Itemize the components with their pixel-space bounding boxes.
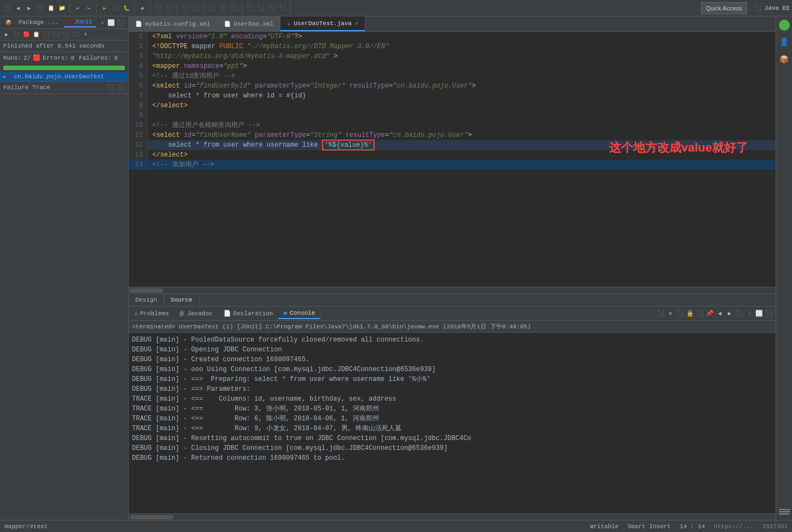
toolbar-icon-3[interactable]: ▶ [24, 3, 34, 13]
panel-toolbar-icon-8[interactable]: ⬛ [71, 30, 80, 39]
panel-close-button[interactable]: ✕ [100, 19, 104, 26]
tab-javadoc[interactable]: @ Javadoc [174, 309, 217, 319]
failure-trace-icon-1[interactable]: ⬛ [106, 83, 115, 92]
panel-menu-icon[interactable]: 📦 [3, 18, 13, 27]
panel-toolbar-icon-7[interactable]: ⬛ [61, 30, 70, 39]
toolbar-icon-15[interactable]: ⬛ [191, 3, 201, 13]
console-filter-icon[interactable]: ⬛ [676, 309, 685, 318]
toolbar-icon-5[interactable]: 📋 [46, 3, 56, 13]
code-line-6: 6 <select id="findUserById" parameterTyp… [129, 81, 776, 91]
file-path: mapper/#text [4, 523, 48, 530]
console-line-13: DEBUG [main] - Returned connection 16980… [132, 453, 772, 463]
editor-scroll-thumb[interactable] [130, 288, 163, 293]
design-source-tab-bar: Design Source [129, 293, 776, 307]
toolbar-icon-14[interactable]: ⬛ [180, 3, 190, 13]
console-line-10: TRACE [main] - <== Row: 9, 小龙女, 2018-04-… [132, 424, 772, 433]
toolbar-icon-run[interactable]: ▶ [100, 3, 110, 13]
panel-toolbar-icon-1[interactable]: ▶ [2, 30, 11, 39]
test-tree-item[interactable]: ▶ J cn.baidu.pojo.UserDaoTest [0, 72, 128, 81]
panel-toolbar-icon-4[interactable]: 📋 [32, 30, 41, 39]
code-line-8: 8 </select> [129, 101, 776, 111]
toolbar-icon-11[interactable]: ◈ [137, 3, 147, 13]
right-sidebar: 👤 📦 [776, 16, 792, 520]
console-line-5: DEBUG [main] - ==> Preparing: select * f… [132, 374, 772, 384]
tab-mybatis-config[interactable]: 📄 mybatis-config.xml [129, 16, 217, 31]
panel-minimize-button[interactable]: ⬜ [107, 19, 115, 26]
toolbar-icon-2[interactable]: ◀ [13, 3, 23, 13]
toolbar-sep-4 [150, 3, 151, 14]
toolbar-icon-17[interactable]: ⬛ [218, 3, 228, 13]
panel-maximize-button[interactable]: ⬛ [117, 19, 125, 26]
failure-trace-label: Failure Trace [3, 84, 50, 91]
tab-console[interactable]: ▶ Console [278, 308, 320, 319]
tab-source[interactable]: Source [164, 294, 200, 306]
toolbar-icon-16[interactable]: ⬛ [207, 3, 217, 13]
console-scroll-thumb[interactable] [130, 515, 174, 519]
editor-tab-bar: 📄 mybatis-config.xml 📄 UserDao.xml ☕ Use… [129, 16, 776, 32]
failure-trace-icon-2[interactable]: ⬛ [116, 83, 125, 92]
toolbar-icon-4[interactable]: ⬛ [35, 3, 45, 13]
editor-horizontal-scrollbar[interactable] [129, 287, 776, 293]
sidebar-menu-icon[interactable] [779, 508, 790, 516]
errors-icon: 🟥 [33, 54, 41, 61]
code-line-3: 3 "http://mybatis.org/dtd/mybatis-3-mapp… [129, 51, 776, 61]
tab-userdao-xml[interactable]: 📄 UserDao.xml [217, 16, 281, 31]
tab-problems[interactable]: ⚠ Problems [129, 308, 174, 319]
console-line-8: TRACE [main] - <== Row: 3, 张小明, 2018-05-… [132, 404, 772, 414]
console-wrap-icon[interactable]: ⬛ [696, 309, 704, 318]
toolbar-icon-1[interactable]: ⬛ [2, 3, 12, 13]
console-open-icon[interactable]: ⬛ [735, 309, 744, 318]
tab-close-icon[interactable]: ✕ [355, 20, 358, 27]
code-line-11: 11 <select id="findUserName" parameterTy… [129, 130, 776, 140]
tab-junit[interactable]: J JUnit [64, 18, 96, 27]
console-minimize-icon[interactable]: ⬜ [755, 309, 764, 318]
panel-toolbar-icon-5[interactable]: ⬛ [42, 30, 50, 39]
console-horizontal-scrollbar[interactable] [129, 513, 776, 520]
console-maximize-icon[interactable]: ⬛ [765, 309, 773, 318]
tab-declaration[interactable]: 📄 Declaration [218, 308, 279, 319]
toolbar-icon-22[interactable]: ⬛ [278, 3, 288, 13]
toolbar-icon-18[interactable]: ⬛ [229, 3, 239, 13]
smart-insert-status: Smart Insert [628, 523, 671, 530]
toolbar-icon-10[interactable]: 🐛 [122, 3, 131, 13]
tab-package[interactable]: Package ... [15, 18, 62, 27]
panel-toolbar-icon-9[interactable]: ⬇ [81, 30, 90, 39]
toolbar-icon-20[interactable]: ⬛ [256, 3, 266, 13]
toolbar-icon-7[interactable]: ↩ [73, 3, 83, 13]
toolbar-icon-12[interactable]: ⬛ [153, 3, 163, 13]
quick-access-button[interactable]: Quick Access [701, 2, 747, 14]
status-right: Writable Smart Insert 14 : 14 https://..… [590, 523, 788, 530]
console-clear-icon[interactable]: ✕ [666, 309, 675, 318]
console-stop-icon[interactable]: ⬛ [656, 309, 665, 318]
cube-icon[interactable]: 📦 [778, 53, 791, 66]
console-pin-icon[interactable]: 📌 [705, 309, 714, 318]
console-scroll-lock-icon[interactable]: 🔒 [686, 309, 695, 318]
panel-toolbar-icon-6[interactable]: ⬛ [51, 30, 60, 39]
code-content[interactable]: 1 <?xml version="1.0" encoding="UTF-8"?>… [129, 32, 776, 287]
tab-design[interactable]: Design [129, 294, 164, 306]
toolbar-icon-6[interactable]: 📁 [57, 3, 67, 13]
toolbar-icon-21[interactable]: ⬛ [267, 3, 277, 13]
toolbar-perspective-icon[interactable]: ⬛ [753, 3, 762, 13]
console-header-text: <terminated> UserDaoTest (1) [JUnit] C:\… [132, 323, 531, 330]
console-next-icon[interactable]: ▶ [725, 309, 734, 318]
test-class-name: cn.baidu.pojo.UserDaoTest [14, 73, 104, 80]
console-menu-icon[interactable]: ⋮ [745, 309, 754, 318]
annotation-text: 这个地方改成value就好了 [609, 143, 748, 153]
tab-userdaotest-java[interactable]: ☕ UserDaoTest.java ✕ [280, 16, 365, 31]
toolbar-icon-19[interactable]: ⬛ [245, 3, 255, 13]
person-icon[interactable]: 👤 [778, 35, 791, 48]
toolbar-icon-8[interactable]: ↪ [84, 3, 94, 13]
runs-bar: Runs: 2/ 🟥 Errors: 0 Failures: 0 [0, 52, 128, 63]
code-line-2: 2 <!DOCTYPE mapper PUBLIC "-//mybatis.or… [129, 42, 776, 51]
progress-bar-fill [3, 66, 125, 70]
panel-toolbar: ▶ ⬛ 🔴 📋 ⬛ ⬛ ⬛ ⬛ ⬇ [0, 29, 128, 41]
toolbar-icon-13[interactable]: ⬛ [164, 3, 174, 13]
instance-id: 2517301 [762, 523, 788, 530]
console-prev-icon[interactable]: ◀ [715, 309, 724, 318]
panel-toolbar-icon-3[interactable]: 🔴 [22, 30, 31, 39]
console-content[interactable]: DEBUG [main] - PooledDataSource forceful… [129, 333, 776, 513]
toolbar-icon-9[interactable]: ⬛ [111, 3, 120, 13]
panel-toolbar-icon-2[interactable]: ⬛ [12, 30, 21, 39]
declaration-icon: 📄 [223, 310, 231, 317]
